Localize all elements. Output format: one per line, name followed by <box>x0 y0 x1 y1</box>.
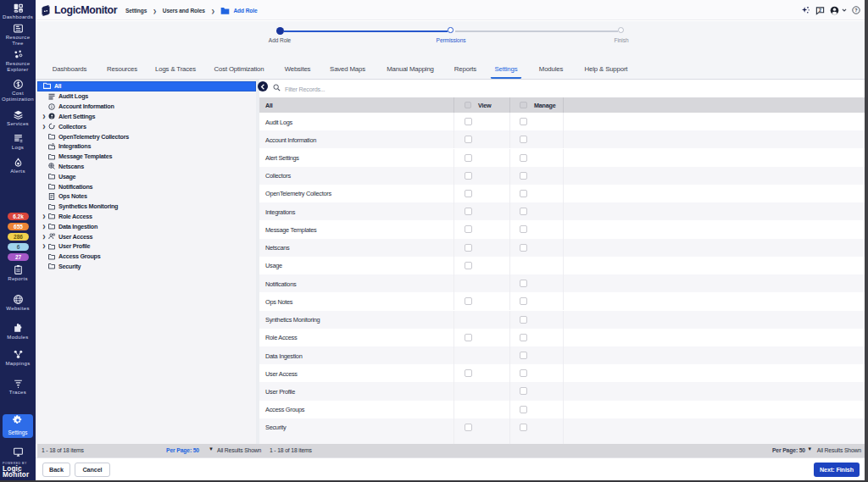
svg-text:?: ? <box>854 8 857 13</box>
svg-text:2: 2 <box>819 7 821 12</box>
